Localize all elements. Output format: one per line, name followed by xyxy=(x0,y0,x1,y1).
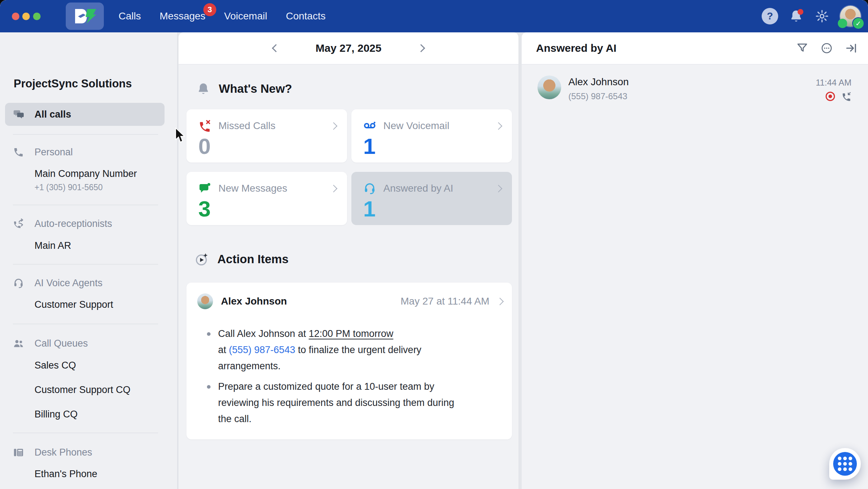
card-label: New Voicemail xyxy=(383,120,496,132)
section-personal: Personal xyxy=(13,147,73,158)
new-voicemail-card[interactable]: New Voicemail 1 xyxy=(351,109,512,163)
contact-avatar xyxy=(537,76,561,99)
close-window-button[interactable] xyxy=(12,13,19,20)
gear-icon xyxy=(815,9,829,23)
answered-call-row[interactable]: Alex Johnson (555) 987-6543 11:44 AM xyxy=(522,70,868,111)
online-status-dot xyxy=(838,19,847,28)
whats-new-title: What's New? xyxy=(219,82,292,96)
date-navigation: May 27, 2025 xyxy=(179,32,518,64)
new-messages-card[interactable]: New Messages 3 xyxy=(186,172,347,225)
help-icon[interactable]: ? xyxy=(762,8,778,24)
bell-icon xyxy=(197,82,210,96)
action-item-bullets: Call Alex Johnson at 12:00 PM tomorrow a… xyxy=(207,326,501,431)
top-bar: Calls Messages 3 Voicemail Contacts ? xyxy=(0,0,868,32)
sidebar-item-ethans-phone[interactable]: Ethan's Phone xyxy=(34,469,97,480)
main-company-number-value: +1 (305) 901-5650 xyxy=(34,183,103,192)
previous-day-button[interactable] xyxy=(269,41,283,55)
card-label: Missed Calls xyxy=(218,120,331,132)
divider xyxy=(13,324,158,324)
action-item-card[interactable]: Alex Johnson May 27 at 11:44 AM Call Ale… xyxy=(186,283,512,439)
sidebar-item-main-ar[interactable]: Main AR xyxy=(34,240,71,251)
call-time: 11:44 AM xyxy=(816,78,851,88)
section-ai-voice-agents: AI Voice Agents xyxy=(13,278,102,289)
sidebar-item-label: All calls xyxy=(34,109,71,120)
primary-nav: Calls Messages 3 Voicemail Contacts xyxy=(119,0,326,32)
headset-icon xyxy=(13,278,24,289)
card-label: New Messages xyxy=(218,183,331,194)
sidebar-item-sales-cq[interactable]: Sales CQ xyxy=(34,360,76,371)
divider xyxy=(13,433,158,433)
inbound-call-icon[interactable] xyxy=(841,91,851,101)
divider xyxy=(13,264,158,265)
phone-icon xyxy=(13,147,24,158)
sidebar-item-all-calls[interactable]: All calls xyxy=(5,103,165,126)
action-items-header: Action Items xyxy=(195,252,288,266)
sidebar-item-billing-cq[interactable]: Billing CQ xyxy=(34,409,78,420)
answered-by-ai-card[interactable]: Answered by AI 1 xyxy=(351,172,512,225)
section-auto-receptionists: Auto-receptionists xyxy=(13,218,112,229)
call-routing-icon xyxy=(13,218,24,229)
nav-messages[interactable]: Messages 3 xyxy=(160,10,206,22)
card-label: Answered by AI xyxy=(383,183,496,194)
contact-name: Alex Johnson xyxy=(221,296,401,307)
nav-voicemail[interactable]: Voicemail xyxy=(224,10,267,22)
section-desk-phones: Desk Phones xyxy=(13,447,92,458)
filter-icon[interactable] xyxy=(796,42,808,54)
nav-contacts[interactable]: Contacts xyxy=(286,10,326,22)
logo-glyph xyxy=(72,6,98,26)
bullet-item: Call Alex Johnson at 12:00 PM tomorrow a… xyxy=(207,326,501,374)
minimize-window-button[interactable] xyxy=(22,13,30,20)
right-panel-title: Answered by AI xyxy=(536,42,796,54)
notifications-bell-icon[interactable] xyxy=(788,8,804,24)
sidebar-item-main-company-number[interactable]: Main Company Number xyxy=(34,168,137,179)
voicemail-icon xyxy=(363,119,376,132)
zoom-window-button[interactable] xyxy=(33,13,41,20)
dialpad-launcher-button[interactable] xyxy=(829,448,861,480)
settings-gear-icon[interactable] xyxy=(814,8,830,24)
messages-badge: 3 xyxy=(203,3,216,16)
desk-phone-icon xyxy=(13,447,24,458)
ai-headset-icon xyxy=(363,182,376,195)
contact-name: Alex Johnson xyxy=(568,76,816,88)
new-voicemail-count: 1 xyxy=(363,135,375,157)
chat-bubbles-icon xyxy=(13,109,24,120)
more-options-icon[interactable] xyxy=(821,42,833,54)
missed-calls-card[interactable]: Missed Calls 0 xyxy=(186,109,347,163)
collapse-panel-icon[interactable] xyxy=(845,42,857,54)
chevron-right-icon xyxy=(330,122,337,129)
app-logo[interactable] xyxy=(66,3,104,30)
right-panel-header: Answered by AI xyxy=(522,32,868,65)
nav-calls[interactable]: Calls xyxy=(119,10,141,22)
missed-call-icon xyxy=(198,119,211,132)
message-bubble-icon xyxy=(198,182,211,195)
chevron-right-icon xyxy=(495,184,502,192)
sidebar: ProjectSync Solutions All calls Personal… xyxy=(0,32,178,489)
new-messages-count: 3 xyxy=(198,198,211,220)
action-item-timestamp: May 27 at 11:44 AM xyxy=(401,296,489,307)
play-sparkle-icon xyxy=(195,252,209,266)
topbar-actions: ? ✓ xyxy=(762,0,861,32)
chevron-left-icon xyxy=(272,44,280,52)
recording-icon[interactable] xyxy=(826,92,835,101)
chevron-right-icon xyxy=(417,44,425,52)
contact-avatar xyxy=(197,293,213,309)
chevron-right-icon xyxy=(495,122,502,129)
missed-calls-count: 0 xyxy=(198,135,211,157)
right-panel-body xyxy=(522,65,868,489)
sidebar-item-customer-support[interactable]: Customer Support xyxy=(34,299,113,310)
people-icon xyxy=(13,338,24,349)
phone-number-link[interactable]: (555) 987-6543 xyxy=(229,344,295,355)
bullet-dot xyxy=(207,385,211,389)
bullet-item: Prepare a customized quote for a 10-user… xyxy=(207,379,501,427)
notification-dot xyxy=(798,9,803,15)
next-day-button[interactable] xyxy=(414,41,428,55)
availability-check-icon: ✓ xyxy=(853,18,864,29)
app-window: Calls Messages 3 Voicemail Contacts ? xyxy=(0,0,868,489)
divider xyxy=(13,134,158,135)
sidebar-item-customer-support-cq[interactable]: Customer Support CQ xyxy=(34,384,130,396)
chevron-right-icon xyxy=(330,184,337,192)
action-items-title: Action Items xyxy=(217,252,288,266)
divider xyxy=(13,205,158,205)
current-date: May 27, 2025 xyxy=(315,42,381,54)
user-avatar[interactable]: ✓ xyxy=(840,6,861,27)
